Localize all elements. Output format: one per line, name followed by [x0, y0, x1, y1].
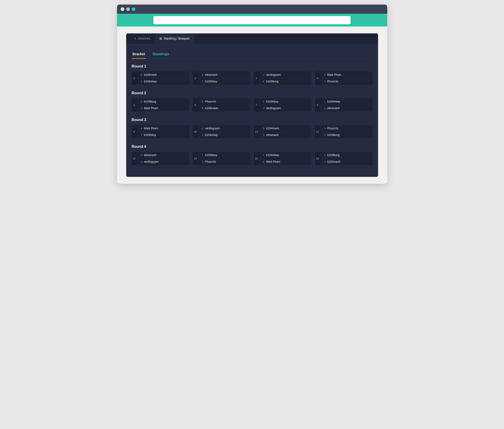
- dot-close[interactable]: [121, 7, 124, 11]
- match-players: 2ettramanh7b103hduy: [198, 72, 250, 85]
- player-row: 1b104xhiep: [137, 78, 189, 85]
- match-number: 13: [132, 152, 137, 165]
- player-name: b103ttung: [266, 80, 279, 83]
- round-heading: Round 4: [132, 145, 373, 149]
- url-bar[interactable]: [153, 16, 351, 24]
- player-row: 6b103ttung: [320, 152, 373, 158]
- match-card: 18b104manh1b104xhiep: [132, 72, 189, 85]
- player-row: 6b103ttung: [137, 98, 189, 105]
- player-row: 7b103hduy: [259, 98, 311, 105]
- tab-ranking[interactable]: ⊞ Ranking / Braquet: [155, 33, 194, 44]
- player-name: ettramanh: [144, 154, 156, 157]
- match-number: 16: [315, 152, 320, 165]
- player-row: 3we3tnguyen: [259, 105, 311, 111]
- match-players: 3we3tnguyen1b104xhiep: [198, 125, 250, 138]
- content-area: Bracket Standings Round 118b104manh1b104…: [126, 44, 378, 177]
- match-players: 5PhuocVo8b104manh: [198, 98, 250, 111]
- matches-grid: 18b104manh1b104xhiep22ettramanh7b103hduy…: [132, 72, 373, 85]
- match-players: 6b103ttung4Mark Pham: [137, 98, 189, 111]
- sub-tab-bracket[interactable]: Bracket: [132, 50, 146, 59]
- player-name: b103ttung: [327, 154, 340, 157]
- player-seed: 7: [200, 80, 203, 83]
- match-card: 94Mark Pham7b103hduy: [132, 125, 189, 138]
- match-players: 8b104manh1b104xhiep: [137, 72, 189, 85]
- player-seed: 5: [200, 160, 203, 163]
- player-name: b103hduy: [205, 154, 217, 157]
- player-row: 1b104xhiep: [259, 152, 311, 158]
- match-card: 44Mark Pham5PhuocVo: [315, 72, 373, 85]
- match-number: 14: [193, 152, 198, 165]
- player-name: we3tnguyen: [144, 160, 159, 163]
- player-name: Mark Pham: [266, 160, 280, 163]
- player-row: 8b104manh: [137, 72, 189, 78]
- player-seed: 5: [322, 127, 326, 130]
- player-row: 4Mark Pham: [320, 72, 373, 78]
- player-row: 5PhuocVo: [198, 158, 250, 165]
- player-row: 7b103hduy: [198, 152, 250, 158]
- player-row: 8b104manh: [259, 125, 311, 132]
- player-row: 8b104manh: [320, 158, 373, 165]
- match-players: 7b103hduy3we3tnguyen: [259, 98, 311, 111]
- player-row: 5PhuocVo: [198, 98, 250, 105]
- match-card: 103we3tnguyen1b104xhiep: [193, 125, 250, 138]
- match-card: 22ettramanh7b103hduy: [193, 72, 250, 85]
- player-name: we3tnguyen: [266, 73, 281, 76]
- match-card: 147b103hduy5PhuocVo: [193, 152, 250, 165]
- player-seed: 6: [139, 100, 142, 103]
- player-seed: 1: [200, 134, 203, 136]
- match-players: 4Mark Pham5PhuocVo: [320, 72, 373, 85]
- player-name: PhuocVo: [327, 127, 338, 130]
- match-number: 9: [132, 125, 137, 138]
- round-heading: Round 2: [132, 91, 373, 95]
- dot-minimize[interactable]: [126, 7, 130, 11]
- match-players: 5PhuocVo6b103ttung: [320, 125, 373, 138]
- browser-chrome: [117, 5, 387, 14]
- player-row: 7b103hduy: [198, 78, 250, 85]
- matches-icon: ≡: [135, 37, 136, 40]
- match-players: 2ettramanh3we3tnguyen: [137, 152, 189, 165]
- player-name: ettramanh: [266, 133, 279, 137]
- player-seed: 4: [139, 127, 142, 130]
- player-row: 2ettramanh: [198, 72, 250, 78]
- player-name: b104manh: [144, 73, 157, 76]
- player-seed: 6: [322, 134, 326, 136]
- player-name: b104xhiep: [205, 133, 218, 137]
- match-number: 10: [193, 125, 198, 138]
- round-section: Round 256b103ttung4Mark Pham65PhuocVo8b1…: [132, 91, 373, 111]
- player-seed: 8: [261, 127, 264, 130]
- player-seed: 1: [322, 100, 326, 103]
- player-name: b103ttung: [144, 100, 156, 103]
- player-row: 3we3tnguyen: [259, 72, 311, 78]
- player-name: b104xhiep: [144, 80, 157, 83]
- match-players: 1b104xhiep4Mark Pham: [259, 152, 311, 165]
- player-seed: 6: [261, 80, 264, 83]
- player-row: 5PhuocVo: [320, 78, 373, 85]
- match-number: 7: [254, 98, 259, 111]
- sub-tab-standings[interactable]: Standings: [152, 50, 170, 59]
- match-number: 6: [193, 98, 198, 111]
- player-seed: 2: [139, 154, 142, 157]
- match-number: 4: [315, 72, 320, 85]
- match-players: 1b104xhiep2ettramanh: [320, 98, 373, 111]
- match-card: 151b104xhiep4Mark Pham: [254, 152, 311, 165]
- player-name: we3tnguyen: [205, 127, 220, 130]
- ranking-icon: ⊞: [159, 37, 162, 40]
- tabs-bar: ≡ Matches ⊞ Ranking / Braquet: [126, 33, 378, 44]
- player-name: b104xhiep: [266, 154, 279, 157]
- player-row: 8b104manh: [198, 105, 250, 111]
- player-seed: 5: [322, 80, 326, 83]
- player-row: 2ettramanh: [259, 132, 311, 138]
- match-players: 3we3tnguyen6b103ttung: [259, 72, 311, 85]
- player-name: b104manh: [205, 107, 218, 110]
- player-name: ettramanh: [205, 73, 217, 76]
- player-name: b104manh: [327, 160, 341, 163]
- player-seed: 7: [261, 100, 264, 103]
- player-name: b104manh: [266, 127, 279, 130]
- player-seed: 6: [322, 154, 326, 157]
- match-players: 6b103ttung8b104manh: [320, 152, 373, 165]
- tab-matches[interactable]: ≡ Matches: [130, 33, 155, 44]
- round-section: Round 118b104manh1b104xhiep22ettramanh7b…: [132, 64, 373, 85]
- player-seed: 5: [200, 100, 203, 103]
- dot-maximize[interactable]: [132, 7, 135, 11]
- match-card: 166b103ttung8b104manh: [315, 152, 373, 165]
